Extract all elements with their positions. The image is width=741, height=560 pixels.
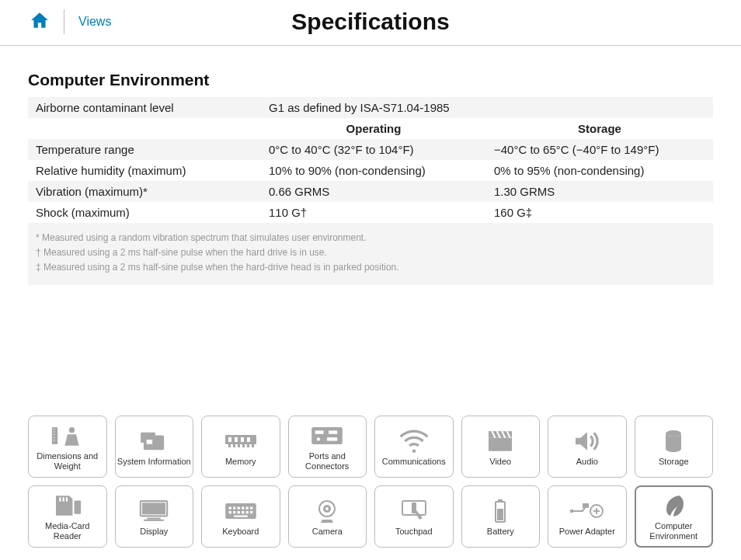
ram-icon — [224, 427, 258, 455]
nav-label: Media-Card Reader — [30, 521, 105, 541]
nav-label: Power Adapter — [559, 527, 615, 537]
nav-label: Keyboard — [222, 527, 259, 537]
leaf-icon — [656, 492, 691, 520]
touchpad-icon — [397, 497, 431, 525]
nav-card-media-card[interactable]: Media-Card Reader — [28, 485, 107, 548]
nav-label: Dimensions and Weight — [30, 451, 105, 471]
table-row: Vibration (maximum)* 0.66 GRMS 1.30 GRMS — [28, 181, 713, 202]
clapperboard-icon — [483, 427, 517, 455]
power-adapter-icon — [570, 497, 604, 525]
nav-label: Memory — [225, 457, 256, 467]
nav-card-communications[interactable]: Communications — [374, 416, 454, 478]
home-icon[interactable] — [30, 10, 50, 33]
nav-card-battery[interactable]: Battery — [461, 485, 541, 548]
chip-icon — [137, 427, 171, 455]
nav-label: Communications — [382, 457, 446, 467]
nav-card-camera[interactable]: Camera — [288, 485, 367, 548]
airborne-value: G1 as defined by ISA-S71.04-1985 — [261, 97, 713, 118]
nav-grid: Dimensions and WeightSystem InformationM… — [28, 416, 713, 548]
footnote: ‡ Measured using a 2 ms half-sine pulse … — [36, 260, 705, 275]
section-title: Computer Environment — [28, 71, 713, 89]
nav-label: Video — [489, 457, 511, 467]
divider — [64, 9, 64, 34]
nav-label: Storage — [659, 457, 689, 467]
wifi-icon — [397, 427, 431, 455]
webcam-icon — [310, 497, 344, 525]
nav-card-memory[interactable]: Memory — [201, 416, 280, 478]
nav-card-ports[interactable]: Ports and Connectors — [288, 416, 367, 478]
nav-label: Touchpad — [395, 527, 433, 537]
nav-label: Display — [140, 527, 168, 537]
col-storage-header: Storage — [486, 118, 713, 139]
views-link[interactable]: Views — [78, 15, 111, 29]
footnote: * Measured using a random vibration spec… — [36, 231, 705, 245]
nav-label: Computer Environment — [638, 521, 711, 541]
header-bar: Views Specifications — [0, 0, 741, 46]
nav-label: Battery — [487, 527, 514, 537]
nav-card-dimensions[interactable]: Dimensions and Weight — [28, 416, 107, 478]
ports-icon — [310, 422, 344, 450]
airborne-label: Airborne contaminant level — [28, 97, 261, 118]
spec-table: Airborne contaminant level G1 as defined… — [28, 97, 713, 223]
content-area: Computer Environment Airborne contaminan… — [0, 46, 741, 285]
ruler-weight-icon — [50, 422, 85, 450]
nav-card-power-adapter[interactable]: Power Adapter — [548, 485, 627, 548]
col-operating-header: Operating — [261, 118, 486, 139]
nav-card-display[interactable]: Display — [115, 485, 194, 548]
database-icon — [656, 427, 691, 455]
footnotes: * Measured using a random vibration spec… — [28, 223, 713, 285]
table-row: Relative humidity (maximum) 10% to 90% (… — [28, 160, 713, 181]
nav-label: System Information — [117, 457, 191, 467]
monitor-icon — [137, 497, 171, 525]
speaker-icon — [570, 427, 604, 455]
nav-label: Camera — [312, 527, 343, 537]
table-header-row: Operating Storage — [28, 118, 713, 139]
table-row: Shock (maximum) 110 G† 160 G‡ — [28, 202, 713, 223]
nav-label: Ports and Connectors — [290, 451, 365, 471]
sd-card-icon — [50, 492, 85, 520]
nav-card-video[interactable]: Video — [461, 416, 541, 478]
nav-card-touchpad[interactable]: Touchpad — [374, 485, 454, 548]
keyboard-icon — [224, 497, 258, 525]
nav-card-computer-environment[interactable]: Computer Environment — [635, 485, 714, 548]
nav-card-keyboard[interactable]: Keyboard — [201, 485, 280, 548]
nav-label: Audio — [576, 457, 598, 467]
table-row: Airborne contaminant level G1 as defined… — [28, 97, 713, 118]
footnote: † Measured using a 2 ms half-sine pulse … — [36, 245, 705, 260]
nav-card-system-info[interactable]: System Information — [115, 416, 194, 478]
page-title: Specifications — [291, 9, 449, 35]
nav-card-audio[interactable]: Audio — [548, 416, 627, 478]
nav-card-storage[interactable]: Storage — [635, 416, 714, 478]
battery-icon — [483, 497, 517, 525]
table-row: Temperature range 0°C to 40°C (32°F to 1… — [28, 139, 713, 160]
